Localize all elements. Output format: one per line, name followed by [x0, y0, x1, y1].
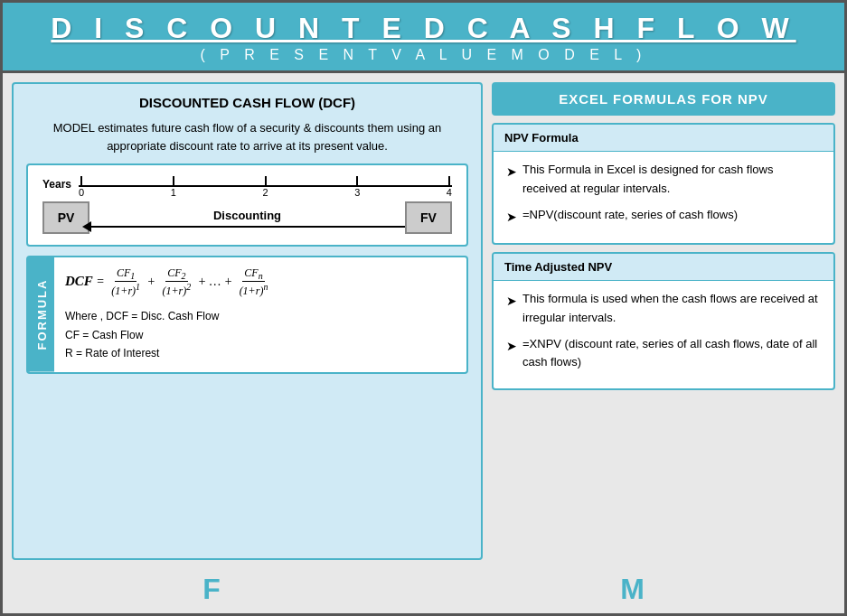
year-tick	[265, 176, 267, 185]
year-num-0: 0	[79, 187, 84, 198]
npv-bullet-2: ➤ =NPV(discount rate, series of cash flo…	[506, 206, 821, 227]
xnpv-card: Time Adjusted NPV ➤ This formula is used…	[492, 252, 835, 390]
arrow-icon-4: ➤	[506, 336, 517, 356]
years-track: 0 1 2 3	[79, 176, 452, 194]
xnpv-text-1: This formula is used when the cash flows…	[522, 290, 821, 328]
xnpv-card-title: Time Adjusted NPV	[494, 254, 833, 281]
footer-letter-m: M	[620, 573, 645, 606]
right-panel: EXCEL FORMULAS FOR NPV NPV Formula ➤ Thi…	[492, 82, 835, 560]
xnpv-formula-text: =XNPV (discount rate, series of all cash…	[522, 335, 821, 373]
npv-card: NPV Formula ➤ This Formula in Excel is d…	[492, 123, 835, 245]
fraction-2: CF2 (1+r)2	[161, 266, 193, 298]
year-mark-2: 2	[262, 176, 268, 198]
formula-section: FORMULA DCF = CF1 (1+r)1 + CF2 (1+r)2	[26, 256, 468, 374]
timeline-box: Years 0 1	[26, 163, 468, 247]
header: D I S C O U N T E D C A S H F L O W ( P …	[3, 3, 844, 73]
npv-card-body: ➤ This Formula in Excel is designed for …	[494, 152, 833, 243]
dcf-var: DCF	[65, 274, 93, 288]
npv-bullet-1: ➤ This Formula in Excel is designed for …	[506, 161, 821, 199]
year-num-1: 1	[171, 187, 176, 198]
content-area: DISCOUNTED CASH FLOW (DCF) MODEL estimat…	[3, 73, 844, 569]
year-mark-3: 3	[354, 176, 360, 198]
discounting-label: Discounting	[213, 209, 281, 222]
main-container: D I S C O U N T E D C A S H F L O W ( P …	[0, 0, 847, 616]
year-tick	[80, 176, 82, 185]
arrow-icon-1: ➤	[506, 162, 517, 182]
year-num-3: 3	[354, 187, 360, 198]
formula-content: DCF = CF1 (1+r)1 + CF2 (1+r)2 + … +	[54, 257, 466, 372]
year-mark-0: 0	[79, 176, 84, 198]
year-tick	[356, 176, 358, 185]
year-mark-1: 1	[171, 176, 176, 198]
xnpv-card-body: ➤ This formula is used when the cash flo…	[494, 281, 833, 388]
excel-formulas-header: EXCEL FORMULAS FOR NPV	[492, 82, 835, 116]
arrow-head	[82, 221, 91, 232]
year-marks: 0 1 2 3	[79, 176, 452, 198]
formula-vars: Where , DCF = Disc. Cash Flow CF = Cash …	[65, 307, 456, 362]
dcf-description: MODEL estimates future cash flow of a se…	[26, 119, 468, 154]
dcf-title: DISCOUNTED CASH FLOW (DCF)	[26, 95, 468, 110]
discounting-row: PV Discounting FV	[42, 201, 452, 234]
footer: F M	[3, 569, 844, 613]
year-num-2: 2	[262, 187, 268, 198]
xnpv-bullet-1: ➤ This formula is used when the cash flo…	[506, 290, 821, 328]
formula-math: DCF = CF1 (1+r)1 + CF2 (1+r)2 + … +	[65, 266, 456, 298]
arrow-icon-2: ➤	[506, 207, 517, 227]
fv-box: FV	[405, 201, 452, 234]
npv-card-title: NPV Formula	[494, 125, 833, 152]
year-tick	[173, 176, 174, 185]
xnpv-bullet-2: ➤ =XNPV (discount rate, series of all ca…	[506, 335, 821, 373]
arrow-icon-3: ➤	[506, 291, 517, 311]
main-title: D I S C O U N T E D C A S H F L O W	[21, 12, 826, 45]
fraction-n: CFn (1+r)n	[238, 266, 270, 298]
footer-letter-f: F	[202, 573, 221, 606]
year-mark-4: 4	[447, 176, 452, 198]
arrow-area: Discounting	[89, 209, 405, 228]
npv-formula-text: =NPV(discount rate, series of cash flows…	[522, 206, 738, 225]
years-label: Years	[42, 178, 71, 191]
fraction-1: CF1 (1+r)1	[109, 266, 142, 298]
left-panel: DISCOUNTED CASH FLOW (DCF) MODEL estimat…	[12, 82, 483, 560]
formula-label: FORMULA	[28, 257, 54, 372]
year-tick	[448, 176, 450, 185]
equals-sign: =	[96, 275, 108, 288]
subtitle: ( P R E S E N T V A L U E M O D E L )	[21, 47, 826, 63]
npv-text-1: This Formula in Excel is designed for ca…	[522, 161, 821, 199]
year-num-4: 4	[447, 187, 452, 198]
timeline-years: Years 0 1	[42, 176, 452, 194]
arrow-line	[89, 226, 405, 228]
